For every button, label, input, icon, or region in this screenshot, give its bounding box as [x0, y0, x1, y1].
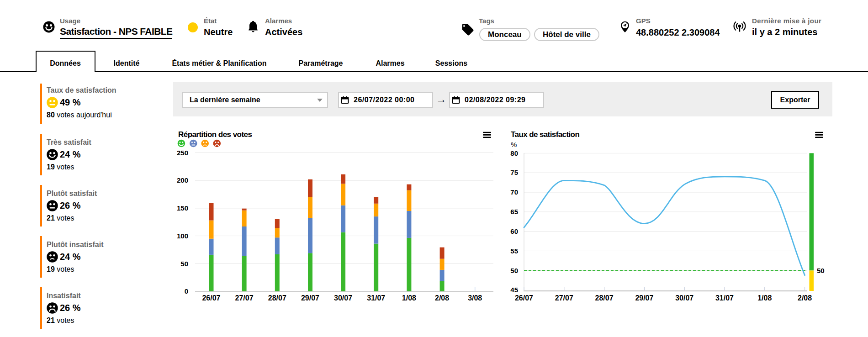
svg-text:0: 0	[185, 287, 188, 295]
svg-text:1/08: 1/08	[402, 294, 416, 302]
svg-text:50: 50	[180, 260, 188, 268]
svg-text:50: 50	[817, 267, 825, 274]
svg-text:28/07: 28/07	[268, 294, 286, 302]
svg-text:65: 65	[510, 208, 518, 216]
svg-text:45: 45	[510, 286, 518, 294]
svg-text:28/07: 28/07	[595, 294, 614, 302]
svg-text:27/07: 27/07	[235, 294, 254, 302]
svg-text:3/08: 3/08	[468, 294, 482, 302]
svg-text:26/07: 26/07	[202, 294, 220, 302]
svg-text:31/07: 31/07	[715, 294, 734, 302]
svg-text:27/07: 27/07	[555, 294, 573, 302]
svg-text:31/07: 31/07	[367, 294, 385, 302]
svg-text:1/08: 1/08	[757, 294, 772, 302]
svg-text:Taux de satisfaction: Taux de satisfaction	[511, 130, 579, 139]
svg-text:60: 60	[510, 227, 518, 235]
svg-text:29/07: 29/07	[635, 294, 653, 302]
svg-text:75: 75	[510, 168, 518, 176]
svg-text:200: 200	[177, 176, 188, 184]
svg-text:30/07: 30/07	[334, 294, 352, 302]
svg-text:150: 150	[177, 204, 188, 212]
svg-text:2/08: 2/08	[435, 294, 449, 302]
svg-text:250: 250	[177, 149, 188, 157]
svg-text:2/08: 2/08	[798, 294, 812, 302]
svg-text:%: %	[511, 141, 517, 148]
svg-text:55: 55	[510, 247, 518, 255]
svg-text:26/07: 26/07	[515, 294, 533, 302]
svg-text:29/07: 29/07	[301, 294, 319, 302]
svg-text:70: 70	[510, 188, 518, 196]
svg-text:Répartition des votes: Répartition des votes	[178, 130, 252, 139]
svg-text:30/07: 30/07	[675, 294, 693, 302]
svg-text:50: 50	[510, 267, 518, 274]
svg-text:100: 100	[177, 232, 188, 240]
svg-text:80: 80	[510, 149, 518, 157]
